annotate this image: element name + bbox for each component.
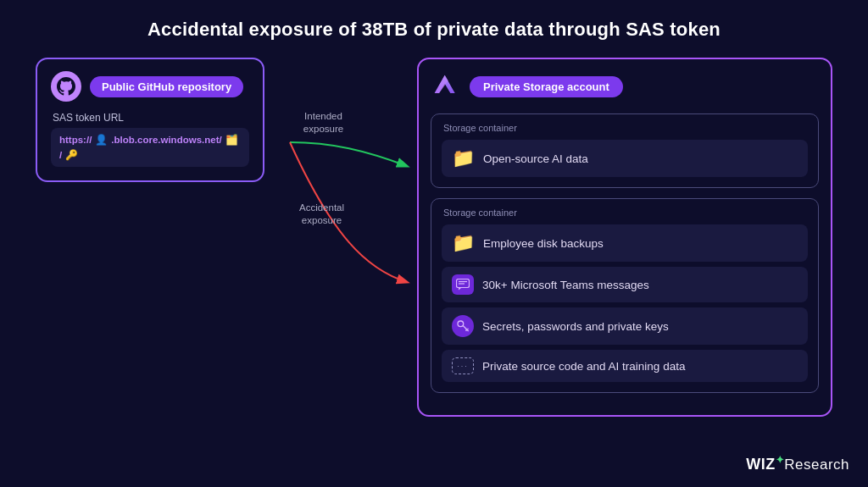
container-2-item-3: Secrets, passwords and private keys	[442, 307, 808, 345]
github-label: Public GitHub repository	[90, 76, 243, 97]
wiz-brand: WIZ	[746, 456, 776, 473]
container-2-item-1: 📁 Employee disk backups	[442, 224, 808, 262]
accidental-label: Accidental exposure	[286, 202, 358, 227]
github-header: Public GitHub repository	[51, 71, 249, 102]
url-user-icon: 👤	[95, 134, 108, 146]
sas-url-value: https://👤.blob.core.windows.net/🗂️/🔑	[51, 128, 249, 167]
url-domain: .blob.core.windows.net/	[111, 135, 221, 145]
storage-container-1: Storage container 📁 Open-source AI data	[431, 113, 819, 188]
diagram-area: Public GitHub repository SAS token URL h…	[0, 49, 868, 481]
code-dots: ···	[457, 362, 469, 370]
storage-account-label: Private Storage account	[470, 76, 623, 97]
container-2-item-2: 30k+ Microsoft Teams messages	[442, 267, 808, 302]
container-2-item-4-text: Private source code and AI training data	[482, 360, 685, 373]
page-title: Accidental exposure of 38TB of private d…	[0, 0, 868, 49]
wiz-star: ✦	[776, 454, 785, 466]
wiz-research: Research	[784, 457, 849, 473]
folder-green-icon: 📁	[452, 147, 475, 169]
code-icon: ···	[452, 357, 474, 374]
intended-label: Intended exposure	[292, 110, 355, 136]
arrows-area: Intended exposure Accidental exposure	[281, 66, 417, 362]
right-panel: Private Storage account Storage containe…	[417, 58, 832, 417]
url-key-icon: 🔑	[65, 149, 78, 161]
sas-url-label: SAS token URL	[51, 112, 249, 124]
container-2-item-2-text: 30k+ Microsoft Teams messages	[482, 279, 649, 291]
url-slash: /	[59, 150, 62, 160]
key-icon	[452, 315, 474, 337]
azure-icon	[431, 71, 461, 102]
url-text: https://	[59, 135, 92, 145]
folder-purple-icon: 📁	[452, 232, 475, 254]
wiz-logo: WIZ✦Research	[746, 454, 849, 473]
container-2-item-4: ··· Private source code and AI training …	[442, 350, 808, 382]
url-folder-icon: 🗂️	[225, 134, 238, 146]
github-icon	[51, 71, 81, 102]
container-2-item-3-text: Secrets, passwords and private keys	[482, 320, 669, 333]
github-box: Public GitHub repository SAS token URL h…	[36, 58, 264, 182]
container-2-item-1-text: Employee disk backups	[483, 237, 604, 250]
right-header: Private Storage account	[431, 71, 819, 102]
container-1-item-1: 📁 Open-source AI data	[442, 140, 808, 177]
container-2-label: Storage container	[442, 208, 808, 218]
container-1-item-1-text: Open-source AI data	[483, 152, 588, 165]
container-1-label: Storage container	[442, 123, 808, 133]
left-panel: Public GitHub repository SAS token URL h…	[36, 58, 281, 182]
message-icon	[452, 274, 474, 295]
storage-container-2: Storage container 📁 Employee disk backup…	[431, 198, 819, 393]
